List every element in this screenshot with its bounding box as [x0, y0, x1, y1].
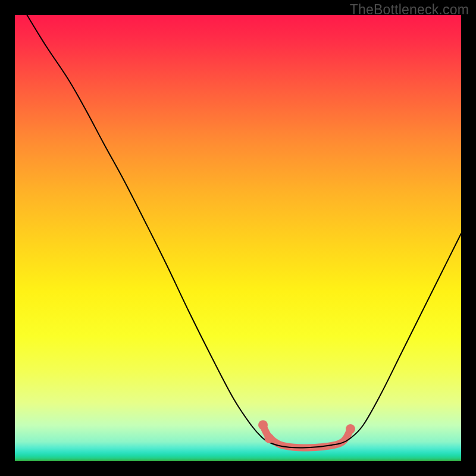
- plot-area: [15, 15, 461, 461]
- highlight-marker: [258, 420, 268, 430]
- highlight-marker: [346, 424, 355, 434]
- highlight-marker: [265, 434, 274, 443]
- bottleneck-curve-path: [27, 15, 461, 448]
- chart-frame: TheBottleneck.com: [0, 0, 476, 476]
- curve-layer: [27, 15, 461, 448]
- chart-svg: [15, 15, 461, 461]
